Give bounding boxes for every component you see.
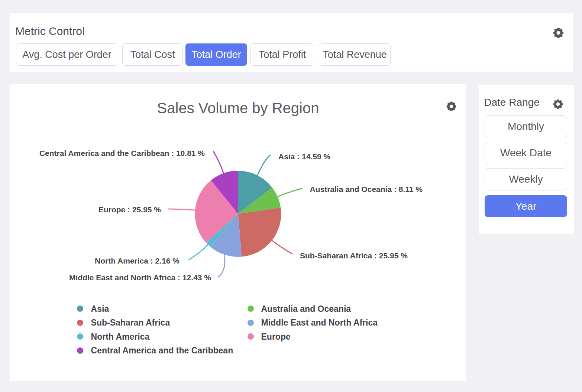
svg-text:North America : 2.16 %: North America : 2.16 % (95, 257, 180, 265)
svg-text:Asia : 14.59 %: Asia : 14.59 % (278, 152, 330, 161)
svg-text:Central America and the Caribb: Central America and the Caribbean : 10.8… (39, 149, 205, 157)
svg-text:Australia and Oceania : 8.11 %: Australia and Oceania : 8.11 % (310, 185, 423, 193)
svg-text:Sub-Saharan Africa : 25.95 %: Sub-Saharan Africa : 25.95 % (300, 251, 408, 260)
svg-text:Europe : 25.95 %: Europe : 25.95 % (98, 205, 161, 214)
svg-text:Middle East and North Africa :: Middle East and North Africa : 12.43 % (69, 273, 211, 282)
